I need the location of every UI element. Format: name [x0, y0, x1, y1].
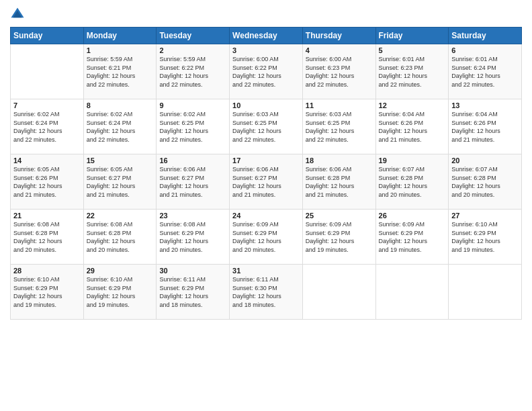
calendar-cell: [449, 265, 522, 320]
calendar-cell: 21Sunrise: 6:08 AM Sunset: 6:28 PM Dayli…: [11, 210, 84, 265]
calendar-cell: 13Sunrise: 6:04 AM Sunset: 6:26 PM Dayli…: [449, 99, 522, 154]
day-info: Sunrise: 6:11 AM Sunset: 6:30 PM Dayligh…: [232, 275, 300, 309]
calendar-cell: 24Sunrise: 6:09 AM Sunset: 6:29 PM Dayli…: [230, 210, 303, 265]
day-info: Sunrise: 6:08 AM Sunset: 6:28 PM Dayligh…: [87, 220, 154, 254]
day-info: Sunrise: 6:03 AM Sunset: 6:25 PM Dayligh…: [306, 110, 373, 144]
day-info: Sunrise: 6:09 AM Sunset: 6:29 PM Dayligh…: [232, 220, 300, 254]
day-info: Sunrise: 6:09 AM Sunset: 6:29 PM Dayligh…: [306, 220, 373, 254]
day-number: 26: [379, 212, 446, 220]
day-number: 20: [451, 156, 519, 165]
logo: [10, 7, 28, 21]
day-number: 8: [87, 101, 154, 109]
calendar-cell: [11, 44, 84, 99]
day-number: 14: [13, 156, 81, 165]
calendar-cell: 3Sunrise: 6:00 AM Sunset: 6:22 PM Daylig…: [230, 44, 303, 99]
day-info: Sunrise: 6:02 AM Sunset: 6:24 PM Dayligh…: [87, 110, 154, 144]
day-number: 2: [159, 46, 226, 54]
day-number: 7: [13, 101, 81, 109]
day-info: Sunrise: 6:05 AM Sunset: 6:27 PM Dayligh…: [87, 165, 154, 199]
day-info: Sunrise: 6:02 AM Sunset: 6:25 PM Dayligh…: [159, 110, 226, 144]
day-number: 6: [451, 46, 519, 54]
calendar-cell: 14Sunrise: 6:05 AM Sunset: 6:26 PM Dayli…: [11, 154, 84, 210]
day-info: Sunrise: 6:07 AM Sunset: 6:28 PM Dayligh…: [379, 165, 446, 199]
calendar-cell: 9Sunrise: 6:02 AM Sunset: 6:25 PM Daylig…: [157, 99, 230, 154]
header-row: SundayMondayTuesdayWednesdayThursdayFrid…: [11, 28, 522, 44]
day-number: 16: [159, 156, 226, 165]
calendar-cell: 25Sunrise: 6:09 AM Sunset: 6:29 PM Dayli…: [302, 210, 375, 265]
col-header-wednesday: Wednesday: [230, 28, 303, 44]
day-info: Sunrise: 6:09 AM Sunset: 6:29 PM Dayligh…: [379, 220, 446, 254]
day-number: 17: [232, 156, 300, 165]
calendar-cell: 20Sunrise: 6:07 AM Sunset: 6:28 PM Dayli…: [449, 154, 522, 210]
day-number: 4: [306, 46, 373, 54]
day-number: 27: [451, 212, 519, 220]
week-row-1: 1Sunrise: 5:59 AM Sunset: 6:21 PM Daylig…: [11, 44, 522, 99]
day-number: 15: [87, 156, 154, 165]
day-info: Sunrise: 5:59 AM Sunset: 6:22 PM Dayligh…: [159, 55, 226, 89]
day-info: Sunrise: 6:08 AM Sunset: 6:29 PM Dayligh…: [159, 220, 226, 254]
day-info: Sunrise: 6:01 AM Sunset: 6:23 PM Dayligh…: [379, 55, 446, 89]
header: [10, 7, 522, 21]
day-info: Sunrise: 6:10 AM Sunset: 6:29 PM Dayligh…: [87, 275, 154, 309]
calendar-cell: [375, 265, 449, 320]
day-info: Sunrise: 6:06 AM Sunset: 6:28 PM Dayligh…: [306, 165, 373, 199]
day-info: Sunrise: 6:10 AM Sunset: 6:29 PM Dayligh…: [13, 275, 81, 309]
calendar-cell: 18Sunrise: 6:06 AM Sunset: 6:28 PM Dayli…: [302, 154, 375, 210]
day-number: 28: [13, 267, 81, 275]
calendar-cell: 31Sunrise: 6:11 AM Sunset: 6:30 PM Dayli…: [230, 265, 303, 320]
week-row-3: 14Sunrise: 6:05 AM Sunset: 6:26 PM Dayli…: [11, 154, 522, 210]
day-info: Sunrise: 6:05 AM Sunset: 6:26 PM Dayligh…: [13, 165, 81, 199]
day-number: 21: [13, 212, 81, 220]
col-header-monday: Monday: [83, 28, 157, 44]
calendar-cell: 19Sunrise: 6:07 AM Sunset: 6:28 PM Dayli…: [375, 154, 449, 210]
day-info: Sunrise: 6:11 AM Sunset: 6:29 PM Dayligh…: [159, 275, 226, 309]
day-info: Sunrise: 6:04 AM Sunset: 6:26 PM Dayligh…: [451, 110, 519, 144]
calendar-cell: 30Sunrise: 6:11 AM Sunset: 6:29 PM Dayli…: [157, 265, 230, 320]
day-number: 12: [379, 101, 446, 109]
calendar-cell: 23Sunrise: 6:08 AM Sunset: 6:29 PM Dayli…: [157, 210, 230, 265]
day-number: 9: [159, 101, 226, 109]
calendar-cell: 10Sunrise: 6:03 AM Sunset: 6:25 PM Dayli…: [230, 99, 303, 154]
day-info: Sunrise: 6:10 AM Sunset: 6:29 PM Dayligh…: [451, 220, 519, 254]
col-header-sunday: Sunday: [11, 28, 84, 44]
day-info: Sunrise: 5:59 AM Sunset: 6:21 PM Dayligh…: [87, 55, 154, 89]
day-info: Sunrise: 6:06 AM Sunset: 6:27 PM Dayligh…: [159, 165, 226, 199]
calendar-cell: 28Sunrise: 6:10 AM Sunset: 6:29 PM Dayli…: [11, 265, 84, 320]
day-info: Sunrise: 6:01 AM Sunset: 6:24 PM Dayligh…: [451, 55, 519, 89]
week-row-2: 7Sunrise: 6:02 AM Sunset: 6:24 PM Daylig…: [11, 99, 522, 154]
day-number: 11: [306, 101, 373, 109]
calendar-cell: 7Sunrise: 6:02 AM Sunset: 6:24 PM Daylig…: [11, 99, 84, 154]
day-number: 3: [232, 46, 300, 54]
day-number: 30: [159, 267, 226, 275]
day-number: 31: [232, 267, 300, 275]
calendar-cell: 27Sunrise: 6:10 AM Sunset: 6:29 PM Dayli…: [449, 210, 522, 265]
col-header-thursday: Thursday: [302, 28, 375, 44]
day-number: 29: [87, 267, 154, 275]
col-header-tuesday: Tuesday: [157, 28, 230, 44]
calendar-cell: 4Sunrise: 6:00 AM Sunset: 6:23 PM Daylig…: [302, 44, 375, 99]
day-info: Sunrise: 6:02 AM Sunset: 6:24 PM Dayligh…: [13, 110, 81, 144]
day-info: Sunrise: 6:07 AM Sunset: 6:28 PM Dayligh…: [451, 165, 519, 199]
calendar-cell: 5Sunrise: 6:01 AM Sunset: 6:23 PM Daylig…: [375, 44, 449, 99]
calendar-cell: 17Sunrise: 6:06 AM Sunset: 6:27 PM Dayli…: [230, 154, 303, 210]
calendar-cell: 11Sunrise: 6:03 AM Sunset: 6:25 PM Dayli…: [302, 99, 375, 154]
day-info: Sunrise: 6:04 AM Sunset: 6:26 PM Dayligh…: [379, 110, 446, 144]
col-header-friday: Friday: [375, 28, 449, 44]
day-number: 25: [306, 212, 373, 220]
logo-icon: [10, 7, 25, 21]
day-info: Sunrise: 6:03 AM Sunset: 6:25 PM Dayligh…: [232, 110, 300, 144]
calendar-cell: 29Sunrise: 6:10 AM Sunset: 6:29 PM Dayli…: [83, 265, 157, 320]
calendar-cell: [302, 265, 375, 320]
day-number: 22: [87, 212, 154, 220]
calendar-cell: 1Sunrise: 5:59 AM Sunset: 6:21 PM Daylig…: [83, 44, 157, 99]
day-number: 13: [451, 101, 519, 109]
col-header-saturday: Saturday: [449, 28, 522, 44]
calendar-cell: 16Sunrise: 6:06 AM Sunset: 6:27 PM Dayli…: [157, 154, 230, 210]
calendar-page: SundayMondayTuesdayWednesdayThursdayFrid…: [0, 0, 532, 411]
day-number: 23: [159, 212, 226, 220]
day-number: 24: [232, 212, 300, 220]
calendar-cell: 12Sunrise: 6:04 AM Sunset: 6:26 PM Dayli…: [375, 99, 449, 154]
day-info: Sunrise: 6:00 AM Sunset: 6:23 PM Dayligh…: [306, 55, 373, 89]
day-number: 10: [232, 101, 300, 109]
calendar-cell: 2Sunrise: 5:59 AM Sunset: 6:22 PM Daylig…: [157, 44, 230, 99]
